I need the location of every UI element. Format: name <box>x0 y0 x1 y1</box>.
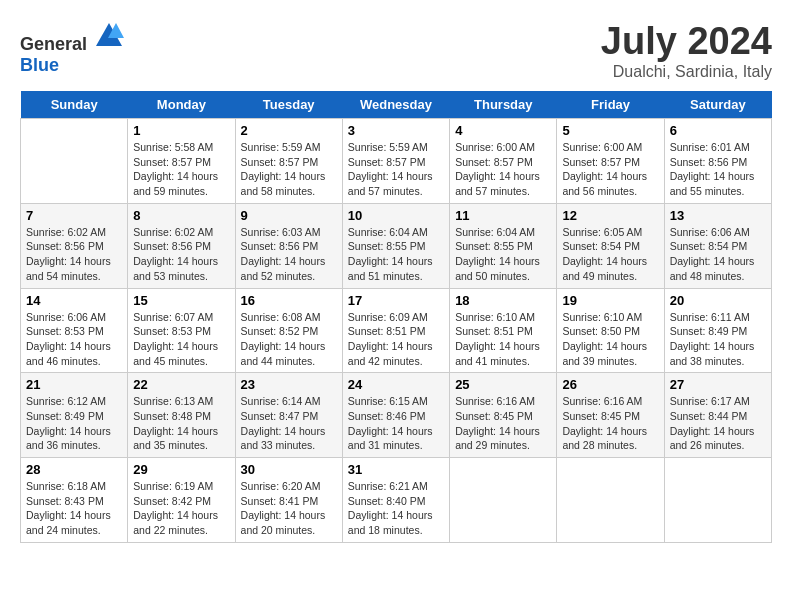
day-header-saturday: Saturday <box>664 91 771 119</box>
calendar-cell: 9Sunrise: 6:03 AM Sunset: 8:56 PM Daylig… <box>235 203 342 288</box>
logo: General Blue <box>20 20 124 76</box>
day-info: Sunrise: 6:21 AM Sunset: 8:40 PM Dayligh… <box>348 479 444 538</box>
calendar-cell: 19Sunrise: 6:10 AM Sunset: 8:50 PM Dayli… <box>557 288 664 373</box>
day-info: Sunrise: 6:00 AM Sunset: 8:57 PM Dayligh… <box>562 140 658 199</box>
calendar-cell: 5Sunrise: 6:00 AM Sunset: 8:57 PM Daylig… <box>557 119 664 204</box>
week-row-5: 28Sunrise: 6:18 AM Sunset: 8:43 PM Dayli… <box>21 458 772 543</box>
day-number: 5 <box>562 123 658 138</box>
calendar-cell: 22Sunrise: 6:13 AM Sunset: 8:48 PM Dayli… <box>128 373 235 458</box>
day-info: Sunrise: 6:09 AM Sunset: 8:51 PM Dayligh… <box>348 310 444 369</box>
calendar-table: SundayMondayTuesdayWednesdayThursdayFrid… <box>20 91 772 543</box>
day-info: Sunrise: 6:19 AM Sunset: 8:42 PM Dayligh… <box>133 479 229 538</box>
day-number: 27 <box>670 377 766 392</box>
day-number: 4 <box>455 123 551 138</box>
day-info: Sunrise: 6:08 AM Sunset: 8:52 PM Dayligh… <box>241 310 337 369</box>
page-header: General Blue July 2024 Dualchi, Sardinia… <box>20 20 772 81</box>
calendar-cell: 15Sunrise: 6:07 AM Sunset: 8:53 PM Dayli… <box>128 288 235 373</box>
logo-blue: Blue <box>20 55 59 75</box>
day-info: Sunrise: 6:06 AM Sunset: 8:53 PM Dayligh… <box>26 310 122 369</box>
day-info: Sunrise: 6:10 AM Sunset: 8:50 PM Dayligh… <box>562 310 658 369</box>
day-info: Sunrise: 6:06 AM Sunset: 8:54 PM Dayligh… <box>670 225 766 284</box>
calendar-cell: 30Sunrise: 6:20 AM Sunset: 8:41 PM Dayli… <box>235 458 342 543</box>
day-header-thursday: Thursday <box>450 91 557 119</box>
day-info: Sunrise: 5:58 AM Sunset: 8:57 PM Dayligh… <box>133 140 229 199</box>
day-number: 17 <box>348 293 444 308</box>
day-header-tuesday: Tuesday <box>235 91 342 119</box>
day-number: 3 <box>348 123 444 138</box>
title-area: July 2024 Dualchi, Sardinia, Italy <box>601 20 772 81</box>
subtitle: Dualchi, Sardinia, Italy <box>601 63 772 81</box>
day-info: Sunrise: 6:02 AM Sunset: 8:56 PM Dayligh… <box>26 225 122 284</box>
day-header-row: SundayMondayTuesdayWednesdayThursdayFrid… <box>21 91 772 119</box>
day-info: Sunrise: 6:04 AM Sunset: 8:55 PM Dayligh… <box>348 225 444 284</box>
day-number: 19 <box>562 293 658 308</box>
day-number: 1 <box>133 123 229 138</box>
main-title: July 2024 <box>601 20 772 63</box>
day-info: Sunrise: 6:04 AM Sunset: 8:55 PM Dayligh… <box>455 225 551 284</box>
logo-text: General Blue <box>20 20 124 76</box>
day-header-friday: Friday <box>557 91 664 119</box>
day-number: 24 <box>348 377 444 392</box>
day-number: 23 <box>241 377 337 392</box>
day-number: 21 <box>26 377 122 392</box>
calendar-cell: 29Sunrise: 6:19 AM Sunset: 8:42 PM Dayli… <box>128 458 235 543</box>
calendar-cell: 3Sunrise: 5:59 AM Sunset: 8:57 PM Daylig… <box>342 119 449 204</box>
calendar-cell: 25Sunrise: 6:16 AM Sunset: 8:45 PM Dayli… <box>450 373 557 458</box>
day-number: 2 <box>241 123 337 138</box>
calendar-cell: 6Sunrise: 6:01 AM Sunset: 8:56 PM Daylig… <box>664 119 771 204</box>
logo-icon <box>94 20 124 50</box>
day-info: Sunrise: 6:05 AM Sunset: 8:54 PM Dayligh… <box>562 225 658 284</box>
calendar-cell: 11Sunrise: 6:04 AM Sunset: 8:55 PM Dayli… <box>450 203 557 288</box>
day-info: Sunrise: 5:59 AM Sunset: 8:57 PM Dayligh… <box>241 140 337 199</box>
day-header-sunday: Sunday <box>21 91 128 119</box>
day-number: 12 <box>562 208 658 223</box>
calendar-cell: 24Sunrise: 6:15 AM Sunset: 8:46 PM Dayli… <box>342 373 449 458</box>
day-number: 13 <box>670 208 766 223</box>
calendar-cell <box>21 119 128 204</box>
calendar-cell: 23Sunrise: 6:14 AM Sunset: 8:47 PM Dayli… <box>235 373 342 458</box>
calendar-cell: 31Sunrise: 6:21 AM Sunset: 8:40 PM Dayli… <box>342 458 449 543</box>
calendar-cell: 20Sunrise: 6:11 AM Sunset: 8:49 PM Dayli… <box>664 288 771 373</box>
day-number: 9 <box>241 208 337 223</box>
day-number: 6 <box>670 123 766 138</box>
calendar-cell <box>664 458 771 543</box>
week-row-2: 7Sunrise: 6:02 AM Sunset: 8:56 PM Daylig… <box>21 203 772 288</box>
day-number: 11 <box>455 208 551 223</box>
day-info: Sunrise: 6:20 AM Sunset: 8:41 PM Dayligh… <box>241 479 337 538</box>
day-number: 28 <box>26 462 122 477</box>
day-info: Sunrise: 6:00 AM Sunset: 8:57 PM Dayligh… <box>455 140 551 199</box>
week-row-3: 14Sunrise: 6:06 AM Sunset: 8:53 PM Dayli… <box>21 288 772 373</box>
day-info: Sunrise: 6:15 AM Sunset: 8:46 PM Dayligh… <box>348 394 444 453</box>
week-row-1: 1Sunrise: 5:58 AM Sunset: 8:57 PM Daylig… <box>21 119 772 204</box>
day-info: Sunrise: 6:16 AM Sunset: 8:45 PM Dayligh… <box>562 394 658 453</box>
calendar-cell: 12Sunrise: 6:05 AM Sunset: 8:54 PM Dayli… <box>557 203 664 288</box>
calendar-cell: 1Sunrise: 5:58 AM Sunset: 8:57 PM Daylig… <box>128 119 235 204</box>
day-number: 26 <box>562 377 658 392</box>
day-header-monday: Monday <box>128 91 235 119</box>
calendar-cell: 10Sunrise: 6:04 AM Sunset: 8:55 PM Dayli… <box>342 203 449 288</box>
day-info: Sunrise: 6:16 AM Sunset: 8:45 PM Dayligh… <box>455 394 551 453</box>
calendar-cell: 27Sunrise: 6:17 AM Sunset: 8:44 PM Dayli… <box>664 373 771 458</box>
calendar-cell: 26Sunrise: 6:16 AM Sunset: 8:45 PM Dayli… <box>557 373 664 458</box>
calendar-cell: 7Sunrise: 6:02 AM Sunset: 8:56 PM Daylig… <box>21 203 128 288</box>
calendar-cell: 21Sunrise: 6:12 AM Sunset: 8:49 PM Dayli… <box>21 373 128 458</box>
day-info: Sunrise: 6:01 AM Sunset: 8:56 PM Dayligh… <box>670 140 766 199</box>
day-number: 30 <box>241 462 337 477</box>
calendar-cell: 14Sunrise: 6:06 AM Sunset: 8:53 PM Dayli… <box>21 288 128 373</box>
calendar-cell: 4Sunrise: 6:00 AM Sunset: 8:57 PM Daylig… <box>450 119 557 204</box>
day-header-wednesday: Wednesday <box>342 91 449 119</box>
calendar-cell <box>557 458 664 543</box>
day-info: Sunrise: 6:11 AM Sunset: 8:49 PM Dayligh… <box>670 310 766 369</box>
day-number: 25 <box>455 377 551 392</box>
week-row-4: 21Sunrise: 6:12 AM Sunset: 8:49 PM Dayli… <box>21 373 772 458</box>
day-info: Sunrise: 6:12 AM Sunset: 8:49 PM Dayligh… <box>26 394 122 453</box>
calendar-cell: 18Sunrise: 6:10 AM Sunset: 8:51 PM Dayli… <box>450 288 557 373</box>
day-info: Sunrise: 6:02 AM Sunset: 8:56 PM Dayligh… <box>133 225 229 284</box>
day-number: 29 <box>133 462 229 477</box>
calendar-cell <box>450 458 557 543</box>
calendar-cell: 2Sunrise: 5:59 AM Sunset: 8:57 PM Daylig… <box>235 119 342 204</box>
day-number: 31 <box>348 462 444 477</box>
day-number: 14 <box>26 293 122 308</box>
day-info: Sunrise: 6:13 AM Sunset: 8:48 PM Dayligh… <box>133 394 229 453</box>
day-info: Sunrise: 6:14 AM Sunset: 8:47 PM Dayligh… <box>241 394 337 453</box>
